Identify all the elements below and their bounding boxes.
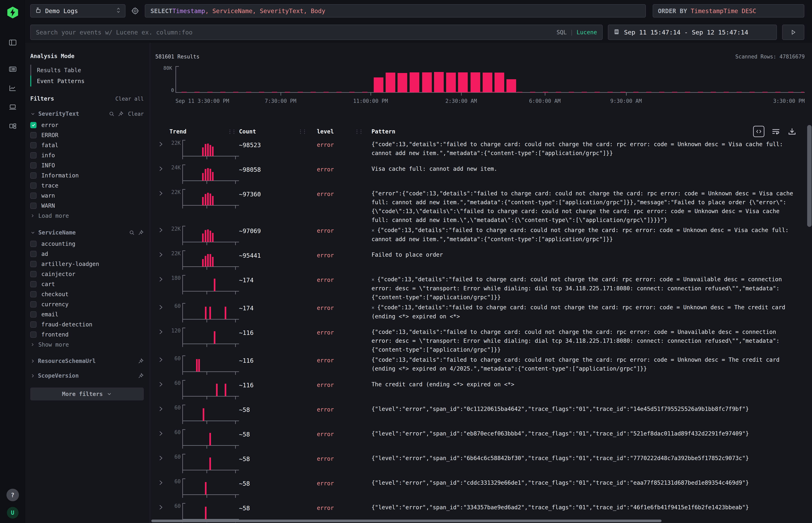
- filter-option-info[interactable]: info: [30, 150, 144, 160]
- filter-option-INFO[interactable]: INFO: [30, 160, 144, 170]
- tab-results-table[interactable]: Results Table: [30, 65, 144, 76]
- pattern-row[interactable]: 22K ~98523 error {"code":13,"details":"f…: [155, 139, 805, 163]
- sessions-icon[interactable]: [8, 103, 17, 112]
- facet-clear[interactable]: Clear: [128, 111, 144, 117]
- checkbox[interactable]: [30, 281, 36, 287]
- more-filters-button[interactable]: More filters: [30, 387, 144, 400]
- source-settings-button[interactable]: [130, 7, 140, 15]
- column-header-pattern[interactable]: Pattern: [366, 126, 805, 137]
- pattern-text[interactable]: ×{"code":13,"details":"failed to charge …: [366, 226, 800, 244]
- expand-row-button[interactable]: [155, 329, 170, 336]
- filter-option-fatal[interactable]: fatal: [30, 140, 144, 150]
- checkbox[interactable]: [30, 291, 36, 297]
- facet-scopeversion-header[interactable]: ScopeVersion: [30, 373, 144, 379]
- expand-row-button[interactable]: [155, 227, 170, 234]
- pattern-text[interactable]: ×{"code":13,"details":"failed to charge …: [366, 275, 800, 302]
- histogram-bar[interactable]: [398, 73, 407, 92]
- service-show-more[interactable]: Show more: [30, 340, 144, 349]
- user-avatar[interactable]: U: [7, 507, 19, 519]
- pattern-row[interactable]: 60 ~116 error {"code":13,"details":"fail…: [155, 354, 805, 379]
- pattern-text[interactable]: Failed to place order: [366, 250, 800, 259]
- sidebar-toggle-icon[interactable]: [8, 38, 17, 47]
- run-query-button[interactable]: [782, 24, 804, 40]
- wrap-text-icon[interactable]: [771, 127, 780, 136]
- filter-option-trace[interactable]: trace: [30, 180, 144, 191]
- pin-icon[interactable]: [138, 373, 144, 379]
- expand-row-button[interactable]: [155, 504, 170, 511]
- search-input[interactable]: Search your events w/ Lucene ex. column:…: [30, 24, 603, 40]
- source-select[interactable]: Demo Logs: [30, 4, 125, 18]
- expand-row-button[interactable]: [155, 406, 170, 413]
- pattern-text[interactable]: {"level":"error","span_id":"cddc331329e6…: [366, 479, 800, 487]
- filter-option-accounting[interactable]: accounting: [30, 239, 144, 249]
- pattern-text[interactable]: {"level":"error","span_id":"0c11220615ba…: [366, 405, 800, 414]
- histogram-bar[interactable]: [495, 73, 504, 92]
- order-by-input[interactable]: ORDER BY TimestampTime DESC: [653, 4, 804, 18]
- facet-servicename-header[interactable]: ServiceName: [30, 229, 144, 236]
- filter-option-artillery-loadgen[interactable]: artillery-loadgen: [30, 259, 144, 269]
- pattern-text[interactable]: {"code":13,"details":"failed to charge c…: [366, 140, 800, 158]
- checkbox[interactable]: [30, 182, 36, 189]
- pattern-text[interactable]: {"error":{"code":13,"details":"failed to…: [366, 189, 800, 224]
- filter-option-Information[interactable]: Information: [30, 170, 144, 180]
- checkbox[interactable]: [30, 173, 36, 179]
- histogram-bar[interactable]: [434, 72, 444, 92]
- filter-option-currency[interactable]: currency: [30, 299, 144, 309]
- histogram-bar[interactable]: [386, 73, 395, 92]
- pattern-row[interactable]: 60 ~58 error {"level":"error","span_id":…: [155, 453, 805, 477]
- facet-resourceschemaurl-header[interactable]: ResourceSchemaUrl: [30, 358, 144, 364]
- pin-icon[interactable]: [118, 111, 124, 117]
- pattern-row[interactable]: 120 ~116 error {"code":13,"details":"fai…: [155, 326, 805, 354]
- filter-option-warn[interactable]: warn: [30, 191, 144, 201]
- histogram-bar[interactable]: [410, 72, 419, 92]
- expand-row-button[interactable]: [155, 276, 170, 283]
- clear-all-filters[interactable]: Clear all: [116, 96, 144, 102]
- pattern-row[interactable]: 60 ~174 error ×{"code":13,"details":"fai…: [155, 302, 805, 326]
- expand-row-button[interactable]: [155, 190, 170, 197]
- pattern-text[interactable]: {"code":13,"details":"failed to charge c…: [366, 356, 800, 373]
- checkbox[interactable]: [30, 261, 36, 267]
- expand-row-button[interactable]: [155, 304, 170, 311]
- pattern-row[interactable]: 22K ~97069 error ×{"code":13,"details":"…: [155, 224, 805, 249]
- histogram-bar[interactable]: [458, 72, 468, 92]
- checkbox[interactable]: [30, 203, 36, 209]
- expand-row-button[interactable]: [155, 381, 170, 388]
- search-icon[interactable]: [109, 111, 115, 117]
- horizontal-scrollbar-thumb[interactable]: [151, 520, 661, 522]
- histogram-bar[interactable]: [374, 77, 384, 92]
- expand-row-button[interactable]: [155, 455, 170, 462]
- checkbox[interactable]: [30, 142, 36, 148]
- checkbox[interactable]: [30, 311, 36, 318]
- column-header-trend[interactable]: Trend⋮⋮: [170, 128, 239, 135]
- lang-toggle-lucene[interactable]: Lucene: [577, 29, 597, 36]
- dashboards-icon[interactable]: [8, 121, 17, 131]
- facet-severitytext-header[interactable]: SeverityText Clear: [30, 110, 144, 117]
- filter-option-cainjector[interactable]: cainjector: [30, 269, 144, 279]
- checkbox[interactable]: [30, 251, 36, 257]
- filter-option-error[interactable]: error: [30, 120, 144, 130]
- pattern-row[interactable]: 60 ~58 error {"level":"error","span_id":…: [155, 477, 805, 502]
- expand-row-button[interactable]: [155, 480, 170, 487]
- pattern-text[interactable]: The credit card (ending <*> expired on <…: [366, 380, 800, 389]
- pattern-text[interactable]: {"code":13,"details":"failed to charge c…: [366, 328, 800, 354]
- pattern-text[interactable]: Visa cache full: cannot add new item.: [366, 164, 800, 174]
- pin-icon[interactable]: [138, 358, 144, 364]
- checkbox[interactable]: [30, 271, 36, 277]
- results-histogram[interactable]: 80K 0: [155, 65, 805, 95]
- vertical-scrollbar-thumb[interactable]: [807, 125, 812, 227]
- severity-load-more[interactable]: Load more: [30, 211, 144, 221]
- pattern-row[interactable]: 60 ~58 error {"level":"error","span_id":…: [155, 428, 805, 453]
- checkbox[interactable]: [30, 132, 36, 138]
- expand-row-button[interactable]: [155, 252, 170, 258]
- pattern-row[interactable]: 22K ~97360 error {"error":{"code":13,"de…: [155, 188, 805, 224]
- expand-row-button[interactable]: [155, 431, 170, 437]
- column-header-level[interactable]: level⋮⋮: [310, 128, 366, 135]
- select-clause-input[interactable]: SELECT Timestamp, ServiceName, SeverityT…: [145, 4, 646, 18]
- filter-option-cart[interactable]: cart: [30, 279, 144, 289]
- filter-option-frontend[interactable]: frontend: [30, 329, 144, 340]
- checkbox[interactable]: [30, 321, 36, 328]
- histogram-bar[interactable]: [471, 72, 480, 92]
- chart-explorer-icon[interactable]: [8, 84, 17, 93]
- checkbox[interactable]: [30, 301, 36, 307]
- help-button[interactable]: ?: [6, 489, 19, 501]
